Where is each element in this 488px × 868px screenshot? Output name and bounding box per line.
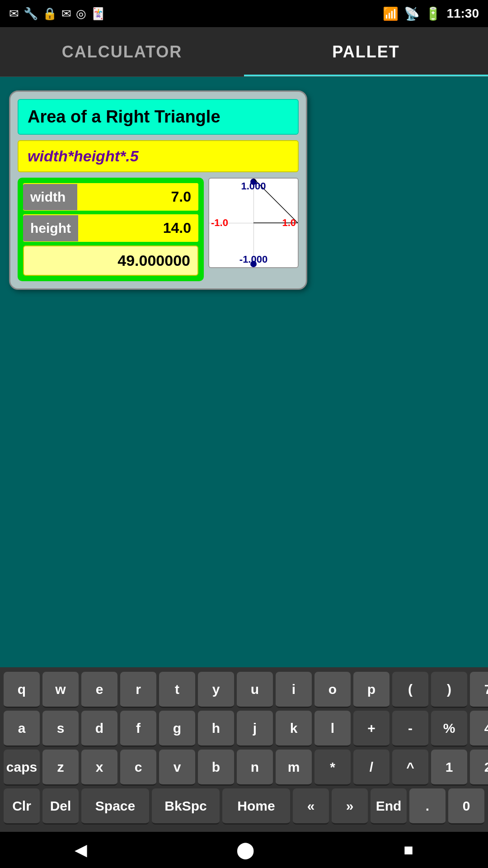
- key-7[interactable]: 7: [470, 672, 488, 708]
- key-caps[interactable]: caps: [4, 750, 40, 786]
- key-i[interactable]: i: [276, 672, 312, 708]
- key-m[interactable]: m: [276, 750, 312, 786]
- key-del[interactable]: Del: [42, 788, 79, 825]
- key-1[interactable]: 1: [431, 750, 467, 786]
- key-home[interactable]: Home: [222, 788, 290, 825]
- key-end[interactable]: End: [371, 788, 407, 825]
- key-multiply[interactable]: *: [314, 750, 351, 786]
- graph-label-top: 1.000: [241, 180, 266, 192]
- battery-icon: 🔋: [425, 6, 441, 21]
- tab-pallet[interactable]: PALLET: [244, 27, 488, 76]
- key-right-arrow[interactable]: »: [332, 788, 368, 825]
- key-close-paren[interactable]: ): [431, 672, 467, 708]
- tab-bar: CALCULATOR PALLET: [0, 27, 488, 77]
- key-l[interactable]: l: [314, 711, 351, 747]
- key-plus[interactable]: +: [353, 711, 389, 747]
- key-space[interactable]: Space: [81, 788, 149, 825]
- key-h[interactable]: h: [198, 711, 234, 747]
- key-minus[interactable]: -: [392, 711, 428, 747]
- calc-body: width 7.0 height 14.0 49.000000: [18, 178, 299, 281]
- kb-row-4: Clr Del Space BkSpc Home « » End . 0: [4, 788, 484, 825]
- calc-title: Area of a Right Triangle: [18, 99, 299, 135]
- circle-icon: ◎: [76, 7, 86, 21]
- graph-label-bottom: -1.000: [239, 254, 267, 265]
- key-bksp[interactable]: BkSpc: [152, 788, 220, 825]
- key-percent[interactable]: %: [431, 711, 467, 747]
- key-a[interactable]: a: [4, 711, 40, 747]
- calc-formula: width*height*.5: [18, 140, 299, 172]
- nav-recent-button[interactable]: ■: [404, 840, 413, 859]
- key-v[interactable]: v: [159, 750, 195, 786]
- key-s[interactable]: s: [42, 711, 79, 747]
- key-0[interactable]: 0: [448, 788, 484, 825]
- key-y[interactable]: y: [198, 672, 234, 708]
- key-clr[interactable]: Clr: [4, 788, 40, 825]
- key-4[interactable]: 4: [470, 711, 488, 747]
- tab-calculator[interactable]: CALCULATOR: [0, 27, 244, 76]
- key-caret[interactable]: ^: [392, 750, 428, 786]
- status-bar: ✉ 🔧 🔒 ✉ ◎ 🃏 📶 📡 🔋 11:30: [0, 0, 488, 27]
- key-j[interactable]: j: [237, 711, 273, 747]
- key-g[interactable]: g: [159, 711, 195, 747]
- gmail-icon: ✉: [9, 7, 19, 21]
- graph-section: 1.000 -1.000 -1.0 1.0: [208, 178, 299, 268]
- width-label: width: [23, 184, 77, 210]
- height-value[interactable]: 14.0: [78, 214, 198, 242]
- key-d[interactable]: d: [81, 711, 117, 747]
- key-q[interactable]: q: [4, 672, 40, 708]
- key-w[interactable]: w: [42, 672, 79, 708]
- nav-home-button[interactable]: ⬤: [236, 840, 254, 859]
- key-b[interactable]: b: [198, 750, 234, 786]
- width-row: width 7.0: [23, 183, 198, 211]
- kb-row-3: caps z x c v b n m * / ^ 1 2 3: [4, 750, 484, 786]
- key-t[interactable]: t: [159, 672, 195, 708]
- key-open-paren[interactable]: (: [392, 672, 428, 708]
- result-box: 49.000000: [23, 245, 198, 276]
- key-o[interactable]: o: [314, 672, 351, 708]
- key-e[interactable]: e: [81, 672, 117, 708]
- main-content: Area of a Right Triangle width*height*.5…: [0, 77, 488, 520]
- key-f[interactable]: f: [120, 711, 156, 747]
- kb-row-2: a s d f g h j k l + - % 4 5 6: [4, 711, 484, 747]
- calculator-card: Area of a Right Triangle width*height*.5…: [9, 90, 307, 290]
- gmail2-icon: ✉: [61, 7, 71, 21]
- height-row: height 14.0: [23, 214, 198, 242]
- key-2[interactable]: 2: [470, 750, 488, 786]
- height-label: height: [23, 215, 78, 241]
- key-p[interactable]: p: [353, 672, 389, 708]
- key-k[interactable]: k: [276, 711, 312, 747]
- keyboard: q w e r t y u i o p ( ) 7 8 9 a s d f g …: [0, 667, 488, 832]
- key-z[interactable]: z: [42, 750, 79, 786]
- key-divide[interactable]: /: [353, 750, 389, 786]
- key-u[interactable]: u: [237, 672, 273, 708]
- time-display: 11:30: [446, 6, 479, 21]
- signal-icon: 📡: [404, 6, 420, 21]
- lock-icon: 🔒: [42, 7, 57, 21]
- width-value[interactable]: 7.0: [77, 183, 198, 211]
- wifi-icon: 📶: [383, 6, 399, 21]
- key-dot[interactable]: .: [409, 788, 446, 825]
- key-x[interactable]: x: [81, 750, 117, 786]
- graph-label-left: -1.0: [211, 217, 228, 229]
- input-section: width 7.0 height 14.0 49.000000: [18, 178, 204, 281]
- key-left-arrow[interactable]: «: [293, 788, 329, 825]
- status-icons-left: ✉ 🔧 🔒 ✉ ◎ 🃏: [9, 7, 105, 21]
- nav-bar: ◀ ⬤ ■: [0, 832, 488, 868]
- status-icons-right: 📶 📡 🔋 11:30: [383, 6, 479, 21]
- kb-row-1: q w e r t y u i o p ( ) 7 8 9: [4, 672, 484, 708]
- key-n[interactable]: n: [237, 750, 273, 786]
- key-r[interactable]: r: [120, 672, 156, 708]
- key-c[interactable]: c: [120, 750, 156, 786]
- graph-label-right: 1.0: [282, 217, 296, 229]
- card-icon: 🃏: [91, 7, 105, 21]
- nav-back-button[interactable]: ◀: [75, 840, 87, 859]
- wrench-icon: 🔧: [23, 7, 38, 21]
